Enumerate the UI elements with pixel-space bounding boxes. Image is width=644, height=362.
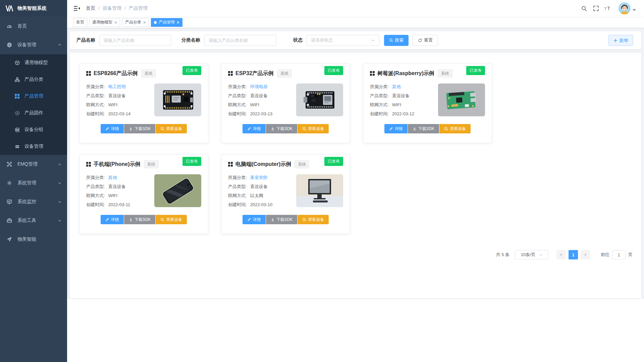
page-unit-label: 页	[628, 252, 633, 258]
detail-button[interactable]: 详情	[101, 215, 124, 224]
sidebar-item-product-firmware[interactable]: 产品固件	[0, 105, 67, 121]
system-tag: 系统	[141, 69, 156, 77]
app-logo[interactable]: 物美智能系统	[0, 0, 67, 17]
detail-button[interactable]: 详情	[101, 124, 124, 133]
grid-icon	[15, 94, 20, 99]
field-label: 联网方式:	[370, 100, 389, 109]
page-content: 产品名称 分类名称 状态 请选择状态 搜索 重置	[67, 28, 644, 299]
field-label: 创建时间:	[228, 109, 247, 118]
breadcrumb: 首页 / 设备管理 / 产品管理	[86, 5, 148, 11]
view-devices-button[interactable]: 查看设备	[298, 215, 329, 224]
search-button[interactable]: 搜索	[384, 35, 409, 46]
download-icon	[129, 218, 133, 222]
tab-label: 通用物模型	[92, 19, 112, 25]
search-icon	[160, 127, 164, 131]
sidebar-item-device-group[interactable]: 设备分组	[0, 121, 67, 138]
sidebar-item-thing-model[interactable]: 通用物模型	[0, 54, 67, 71]
chevron-right-icon	[584, 253, 587, 256]
font-size-icon[interactable]: TT	[604, 5, 612, 12]
category-link[interactable]: 家居安防	[250, 173, 268, 182]
tab-home[interactable]: 首页	[73, 18, 87, 27]
field-value: 直连设备	[250, 91, 268, 100]
search-icon[interactable]	[580, 5, 588, 12]
chevron-down-icon	[539, 253, 543, 257]
sidebar-item-system-monitor[interactable]: 系统监控	[0, 192, 67, 211]
field-label: 产品类型:	[228, 91, 247, 100]
breadcrumb-item-home[interactable]: 首页	[86, 5, 95, 11]
prev-page-button[interactable]	[556, 250, 566, 259]
sidebar-item-label: 产品固件	[24, 110, 43, 116]
user-menu[interactable]	[619, 2, 636, 14]
close-icon[interactable]	[177, 21, 179, 24]
next-page-button[interactable]	[581, 250, 590, 259]
category-link[interactable]: 其他	[392, 82, 401, 91]
sidebar-item-product-mgmt[interactable]: 产品管理	[0, 88, 67, 105]
sidebar-item-device-mgmt-sub[interactable]: 设备管理	[0, 138, 67, 155]
product-card: 已发布 ESP32产品示例 系统 所属分类:环境电器 产品类型:直连设备 联网方…	[221, 63, 350, 143]
category-link[interactable]: 电工照明	[108, 82, 126, 91]
download-sdk-button[interactable]: 下载SDK	[124, 215, 156, 224]
reset-button[interactable]: 重置	[413, 35, 438, 46]
category-link[interactable]: 环境电器	[250, 82, 268, 91]
download-sdk-button[interactable]: 下载SDK	[408, 124, 439, 133]
tab-product-mgmt[interactable]: 产品管理	[151, 18, 182, 27]
view-devices-button[interactable]: 查看设备	[298, 124, 329, 133]
sidebar-item-label: 产品分类	[24, 76, 43, 82]
card-actions: 详情 下载SDK 查看设备	[370, 124, 485, 133]
download-sdk-button[interactable]: 下载SDK	[266, 124, 298, 133]
filter-panel: 产品名称 分类名称 状态 请选择状态 搜索 重置	[69, 31, 642, 50]
sidebar-item-emq-mgmt[interactable]: EMQ管理	[0, 155, 67, 174]
avatar[interactable]	[619, 2, 631, 14]
detail-button[interactable]: 详情	[243, 215, 266, 224]
sidebar-item-wumei-smart[interactable]: 物美智能	[0, 230, 67, 249]
view-devices-button[interactable]: 查看设备	[156, 124, 187, 133]
layers-icon	[15, 127, 20, 132]
target-icon	[15, 111, 20, 116]
tab-label: 首页	[76, 19, 84, 25]
close-icon[interactable]	[114, 21, 117, 24]
page-size-select[interactable]: 10条/页	[515, 250, 548, 259]
sidebar-item-label: 物美智能	[17, 236, 36, 242]
status-select[interactable]: 请选择状态	[307, 35, 379, 46]
category-name-input[interactable]	[204, 35, 276, 46]
navbar-actions: TT	[580, 2, 636, 14]
field-label: 产品类型:	[370, 91, 389, 100]
field-label: 所属分类:	[86, 82, 105, 91]
sidebar-item-label: 系统管理	[17, 180, 36, 186]
sidebar-item-label: 系统监控	[17, 199, 36, 205]
view-devices-button[interactable]: 查看设备	[156, 215, 187, 224]
product-title: ESP8266产品示例	[94, 70, 138, 77]
field-value: 直连设备	[108, 91, 126, 100]
fullscreen-icon[interactable]	[592, 5, 600, 12]
detail-button[interactable]: 详情	[243, 124, 266, 133]
caret-down-icon	[633, 9, 636, 11]
main-column: 首页 / 设备管理 / 产品管理 TT 首页 通用物模型 产品分类 产品管理	[67, 0, 644, 362]
page-size-value: 10条/页	[521, 252, 535, 258]
download-sdk-button[interactable]: 下载SDK	[124, 124, 156, 133]
system-tag: 系统	[438, 69, 452, 77]
close-icon[interactable]	[143, 21, 146, 24]
sidebar-item-home[interactable]: 首页	[0, 17, 67, 36]
download-sdk-button[interactable]: 下载SDK	[266, 215, 298, 224]
app-title: 物美智能系统	[17, 5, 47, 11]
field-value: 以太网	[250, 191, 263, 200]
download-icon	[271, 127, 275, 131]
goto-page-input[interactable]	[612, 250, 626, 259]
tab-product-category[interactable]: 产品分类	[122, 18, 149, 27]
sidebar-item-system-tools[interactable]: 系统工具	[0, 211, 67, 230]
breadcrumb-item-device-mgmt[interactable]: 设备管理	[103, 5, 121, 11]
view-devices-button[interactable]: 查看设备	[439, 124, 471, 133]
sidebar-item-system-mgmt[interactable]: 系统管理	[0, 174, 67, 192]
sidebar-collapse-icon[interactable]	[74, 6, 80, 11]
category-link[interactable]: 其他	[108, 173, 117, 182]
breadcrumb-item-product-mgmt: 产品管理	[129, 5, 148, 11]
sidebar-item-product-category[interactable]: 产品分类	[0, 71, 67, 88]
system-tag: 系统	[294, 160, 309, 168]
add-button[interactable]: 新增	[608, 35, 633, 46]
detail-button[interactable]: 详情	[384, 124, 408, 133]
search-icon	[302, 218, 306, 222]
tab-thing-model[interactable]: 通用物模型	[89, 18, 120, 27]
page-number-1[interactable]: 1	[569, 250, 578, 259]
sidebar-item-device-mgmt[interactable]: 设备管理	[0, 36, 67, 54]
product-name-input[interactable]	[99, 35, 171, 46]
